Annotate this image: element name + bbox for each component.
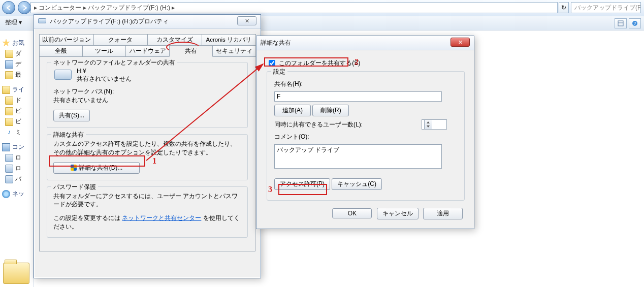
sidebar-computer-head[interactable]: コン	[0, 142, 33, 152]
share-folder-checkbox[interactable]: このフォルダーを共有する(S)	[267, 59, 360, 67]
network-share-group: ネットワークのファイルとフォルダーの共有 H:¥ 共有されていません ネットワー…	[47, 62, 248, 128]
tab-tools[interactable]: ツール	[82, 46, 126, 57]
tab-general[interactable]: 全般	[39, 46, 83, 57]
tab-previous-versions[interactable]: 以前のバージョン	[39, 34, 94, 46]
close-button[interactable]: ✕	[450, 38, 470, 47]
tab-hardware[interactable]: ハードウェア	[125, 46, 169, 57]
password-line1: 共有フォルダーにアクセスするには、ユーザー アカウントとパスワードが必要です。	[53, 192, 241, 209]
network-icon	[2, 190, 10, 198]
sidebar-item[interactable]: 最	[0, 70, 33, 80]
refresh-button[interactable]: ↻	[559, 2, 569, 13]
network-center-link[interactable]: ネットワークと共有センター	[122, 214, 201, 221]
folder-icon	[5, 50, 13, 58]
recent-icon	[5, 71, 13, 79]
tab-security[interactable]: セキュリティ	[212, 46, 256, 57]
advanced-share-group: 詳細な共有 カスタムのアクセス許可を設定したり、複数の共有を作成したり、その他の…	[47, 134, 248, 180]
library-icon	[2, 86, 10, 94]
advanced-share-button[interactable]: 詳細な共有(D)...	[53, 162, 140, 174]
desktop-icon	[5, 60, 13, 69]
drive-icon	[5, 175, 13, 183]
drive-icon	[5, 165, 13, 173]
comment-label: コメント(O):	[274, 133, 457, 141]
computer-icon	[2, 143, 10, 151]
properties-title: バックアップドライブ(F:) (H:)のプロパティ	[50, 18, 169, 25]
adv-title: 詳細な共有	[261, 39, 291, 46]
folder-icon	[5, 118, 13, 126]
sidebar-item[interactable]: ロ	[0, 152, 33, 163]
add-button[interactable]: 追加(A)	[274, 105, 311, 116]
tab-acronis[interactable]: Acronis リカバリ	[202, 34, 256, 46]
drive-icon	[54, 70, 72, 80]
tab-area: 以前のバージョン クォータ カスタマイズ Acronis リカバリ 全般 ツール…	[34, 29, 261, 251]
search-box[interactable]: バックアップドライブ(F:)	[571, 2, 641, 13]
share-name-label: 共有名(H):	[274, 80, 457, 88]
tab-customize[interactable]: カスタマイズ	[147, 34, 202, 46]
users-spinbox[interactable]: 20	[422, 119, 447, 130]
sharing-sheet: ネットワークのファイルとフォルダーの共有 H:¥ 共有されていません ネットワー…	[39, 57, 255, 251]
tab-quota[interactable]: クォータ	[93, 34, 148, 46]
sidebar-item[interactable]: ♪ミ	[0, 127, 33, 138]
share-folder-check-input[interactable]	[269, 60, 275, 67]
share-button[interactable]: 共有(S)...	[53, 110, 90, 121]
sidebar-item[interactable]: ピ	[0, 106, 33, 116]
sidebar-item[interactable]: ロ	[0, 163, 33, 174]
annotation-number-1: 1	[152, 156, 156, 166]
drive-icon	[38, 18, 46, 23]
cancel-button[interactable]: キャンセル	[377, 208, 418, 219]
nav-buttons	[2, 1, 31, 14]
remove-button[interactable]: 削除(R)	[312, 105, 349, 116]
cache-button[interactable]: キャッシュ(C)	[332, 178, 382, 190]
share-state: 共有されていません	[77, 75, 132, 83]
advanced-share-desc: カスタムのアクセス許可を設定したり、複数の共有を作成したり、その他の詳細な共有の…	[53, 140, 241, 157]
view-button[interactable]	[615, 18, 627, 28]
properties-titlebar[interactable]: バックアップドライブ(F:) (H:)のプロパティ ✕	[34, 15, 261, 29]
apply-button[interactable]: 適用	[423, 208, 463, 219]
forward-button[interactable]	[18, 1, 31, 14]
sidebar-libraries-head[interactable]: ライ	[0, 84, 33, 95]
toolbar-right: ?	[615, 18, 641, 28]
explorer-sidebar: お気 ダ デ 最 ライ ド ピ ビ ♪ミ コン ロ ロ バ ネッ	[0, 30, 34, 287]
settings-legend: 設定	[271, 68, 287, 76]
sidebar-item[interactable]: ダ	[0, 48, 33, 59]
ok-button[interactable]: OK	[332, 208, 372, 218]
annotation-number-2: 2	[355, 57, 359, 67]
big-folder-icon[interactable]	[3, 263, 29, 284]
group-title: 詳細な共有	[51, 131, 86, 139]
sidebar-favorites-head[interactable]: お気	[0, 38, 33, 48]
address-bar[interactable]: ▸ コンピューター ▸ バックアップドライブ(F:) (H:) ▸	[30, 2, 558, 13]
permissions-button[interactable]: アクセス許可(P)	[274, 178, 330, 190]
folder-icon	[5, 97, 13, 105]
star-icon	[2, 39, 10, 47]
properties-dialog: バックアップドライブ(F:) (H:)のプロパティ ✕ 以前のバージョン クォー…	[34, 14, 261, 278]
annotation-number-3: 3	[268, 185, 272, 194]
drive-icon	[5, 154, 13, 162]
network-path-value: 共有されていません	[53, 96, 241, 105]
sidebar-item[interactable]: ビ	[0, 116, 33, 127]
back-button[interactable]	[2, 1, 15, 14]
sidebar-network-head[interactable]: ネッ	[0, 188, 33, 199]
sidebar-item[interactable]: バ	[0, 174, 33, 184]
adv-body: このフォルダーを共有する(S) 設定 共有名(H): 追加(A) 削除(R) 同…	[256, 50, 474, 229]
password-group: パスワード保護 共有フォルダーにアクセスするには、ユーザー アカウントとパスワー…	[47, 186, 248, 238]
svg-rect-0	[618, 21, 623, 26]
svg-text:?: ?	[633, 21, 636, 26]
users-label: 同時に共有できるユーザー数(L):	[274, 120, 363, 129]
group-title: パスワード保護	[51, 183, 98, 192]
sidebar-item[interactable]: ド	[0, 95, 33, 106]
help-button[interactable]: ?	[629, 18, 641, 28]
share-name-input[interactable]	[274, 91, 442, 102]
adv-titlebar[interactable]: 詳細な共有 ✕	[256, 36, 474, 50]
share-path: H:¥	[77, 68, 132, 75]
folder-icon	[5, 107, 13, 115]
group-title: ネットワークのファイルとフォルダーの共有	[51, 58, 177, 67]
music-icon: ♪	[5, 129, 13, 137]
sidebar-item[interactable]: デ	[0, 59, 33, 70]
advanced-sharing-dialog: 詳細な共有 ✕ このフォルダーを共有する(S) 設定 共有名(H): 追加(A)…	[256, 36, 474, 229]
dialog-actions: OK キャンセル 適用	[267, 201, 465, 221]
tab-sharing[interactable]: 共有	[169, 46, 213, 57]
close-button[interactable]: ✕	[237, 16, 256, 25]
network-path-label: ネットワーク パス(N):	[53, 87, 241, 96]
spin-arrows-icon[interactable]	[424, 120, 432, 129]
comment-input[interactable]	[274, 144, 442, 169]
organize-button[interactable]: 整理 ▾	[0, 16, 27, 29]
